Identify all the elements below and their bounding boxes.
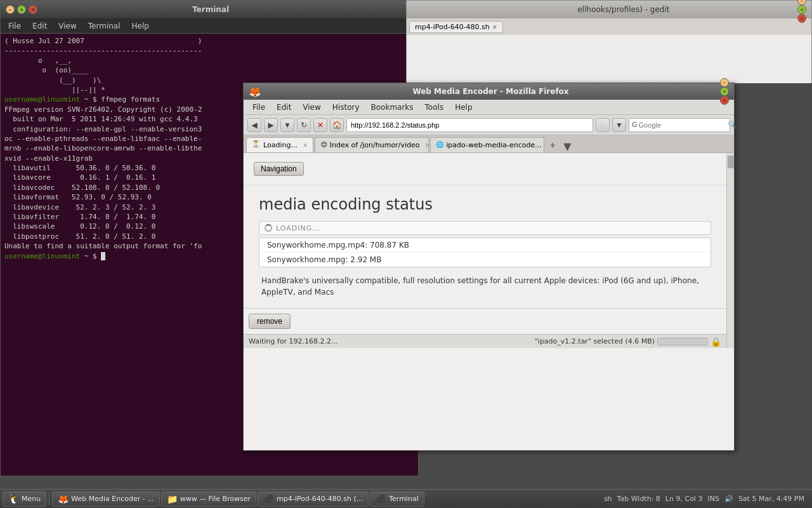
loading-text: LOADING...: [276, 224, 321, 232]
firefox-titlebar: 🦊 Web Media Encoder - Mozilla Firefox – …: [244, 83, 734, 100]
taskbar-terminal[interactable]: ⬛ Terminal: [370, 491, 424, 507]
home-button[interactable]: 🏠: [330, 118, 344, 132]
taskbar-firefox[interactable]: 🦊 Web Media Encoder - ...: [52, 491, 159, 507]
forward-button[interactable]: ▶: [264, 118, 278, 132]
security-icon: 🔒: [710, 337, 721, 347]
stop-button[interactable]: ✕: [313, 118, 327, 132]
statusbar-text: Waiting for 192.168.2.2...: [249, 337, 337, 345]
mp4script-icon: ⬛: [263, 494, 274, 504]
gedit-maximize-button[interactable]: +: [797, 5, 806, 14]
firefox-scrollbar[interactable]: [726, 153, 734, 348]
page-title: media encoding status: [259, 196, 711, 213]
terminal-menu-file[interactable]: File: [3, 20, 26, 32]
gedit-tab-close[interactable]: ×: [492, 23, 497, 30]
gedit-titlebar: ellhooks/profiles) - gedit – + ×: [407, 1, 811, 18]
terminal-close-button[interactable]: ×: [29, 5, 37, 14]
table-row: Sonyworkhome.mpg.mp4: 708.87 KB: [259, 238, 710, 253]
firefox-window-controls[interactable]: – + ×: [720, 78, 729, 105]
search-icon[interactable]: 🔍: [728, 121, 737, 129]
taskbar-menu[interactable]: 🐧 Menu: [3, 491, 46, 507]
taskbar-separator-1: [49, 493, 49, 505]
table-row: Sonyworkhome.mpg: 2.92 MB: [259, 253, 710, 267]
firefox-menu-view[interactable]: View: [298, 102, 325, 113]
terminal-menu-edit[interactable]: Edit: [27, 20, 52, 32]
tab-ipado-label: ipado-web-media-encode...: [446, 141, 541, 149]
bookmark-dropdown[interactable]: ▼: [612, 118, 626, 132]
cursor-position: Ln 9, Col 3: [665, 495, 703, 503]
page-content: media encoding status LOADING... Sonywor…: [244, 185, 726, 308]
progress-bar: [657, 338, 708, 345]
firefox-menu-help[interactable]: Help: [450, 102, 477, 113]
gedit-content-area[interactable]: [407, 35, 811, 83]
tab-index-close[interactable]: ×: [424, 142, 429, 149]
search-input[interactable]: [639, 121, 726, 129]
navigation-button[interactable]: Navigation: [254, 162, 304, 176]
gedit-window-controls[interactable]: – + ×: [797, 0, 806, 23]
volume-icon[interactable]: 🔊: [724, 495, 733, 503]
terminal-titlebar: – + × Terminal: [1, 1, 418, 18]
history-dropdown-button[interactable]: ▼: [280, 118, 294, 132]
firefox-logo-icon: 🦊: [249, 86, 261, 98]
gedit-minimize-button[interactable]: –: [797, 0, 806, 5]
firefox-menu-bookmarks[interactable]: Bookmarks: [366, 102, 419, 113]
taskbar-system-tray: sh Tab Width: 8 Ln 9, Col 3 INS 🔊 Sat 5 …: [604, 495, 809, 503]
taskbar-filebrowser[interactable]: 📁 www — File Browser: [161, 491, 256, 507]
datetime: Sat 5 Mar, 4:49 PM: [738, 495, 804, 503]
firefox-tab-index[interactable]: 😊 Index of /jon/humor/video ×: [315, 137, 429, 152]
tab-width-indicator: Tab Width: 8: [617, 495, 660, 503]
language-indicator: sh: [604, 495, 612, 503]
firefox-menu-edit[interactable]: Edit: [272, 102, 296, 113]
remove-button[interactable]: remove: [249, 314, 291, 329]
reload-button[interactable]: ↻: [297, 118, 311, 132]
back-button[interactable]: ◀: [247, 118, 261, 132]
new-tab-button[interactable]: +: [546, 138, 560, 152]
url-bar[interactable]: [346, 118, 593, 132]
tab-loading-label: Loading...: [263, 141, 298, 149]
file-name-1: Sonyworkhome.mpg.mp4: 708.87 KB: [267, 241, 409, 250]
taskbar-firefox-label: Web Media Encoder - ...: [71, 495, 154, 503]
gedit-title: ellhooks/profiles) - gedit: [450, 5, 797, 14]
scrollbar-thumb[interactable]: [728, 156, 734, 168]
edit-mode: INS: [707, 495, 719, 503]
statusbar-selected-file: "ipado_v1.2.tar" selected (4.6 MB): [535, 337, 655, 345]
firefox-body: Navigation media encoding status LOADING…: [244, 153, 734, 348]
gedit-tab-label: mp4-iPod-640-480.sh: [415, 23, 490, 31]
tab-loading-close[interactable]: ×: [303, 142, 308, 149]
terminal-menu-terminal[interactable]: Terminal: [83, 20, 126, 32]
tab-loading-icon: ⏳: [252, 140, 261, 149]
nav-button-area: Navigation: [244, 153, 726, 185]
firefox-tabs: ⏳ Loading... × 😊 Index of /jon/humor/vid…: [244, 135, 734, 153]
taskbar: 🐧 Menu 🦊 Web Media Encoder - ... 📁 www —…: [0, 489, 812, 508]
bookmark-star[interactable]: ☆: [596, 118, 610, 132]
firefox-menu-file[interactable]: File: [247, 102, 270, 113]
gedit-close-button[interactable]: ×: [797, 14, 806, 23]
google-icon: G: [632, 121, 638, 129]
taskbar-terminal-label: Terminal: [389, 495, 419, 503]
gedit-tab-mp4[interactable]: mp4-iPod-640-480.sh ×: [409, 21, 503, 33]
desktop: – + × Terminal File Edit View Terminal H…: [0, 0, 812, 508]
firefox-icon: 🦊: [58, 494, 69, 504]
tab-index-icon: 😊: [320, 141, 327, 150]
firefox-tab-loading[interactable]: ⏳ Loading... ×: [246, 137, 313, 152]
firefox-menu-history[interactable]: History: [327, 102, 365, 113]
taskbar-filebrowser-label: www — File Browser: [180, 495, 251, 503]
terminal-minimize-button[interactable]: –: [6, 5, 15, 14]
tab-index-label: Index of /jon/humor/video: [330, 141, 420, 149]
gedit-window: ellhooks/profiles) - gedit – + × mp4-iPo…: [406, 0, 812, 83]
firefox-tab-ipado[interactable]: 🌐 ipado-web-media-encode... ×: [430, 137, 544, 152]
menu-icon: 🐧: [8, 494, 19, 504]
taskbar-mp4script[interactable]: ⬛ mp4-iPod-640-480.sh (...: [258, 491, 369, 507]
terminal-maximize-button[interactable]: +: [17, 5, 26, 14]
description-text: HandBrake's universally compatible, full…: [259, 275, 711, 298]
firefox-toolbar: ◀ ▶ ▼ ↻ ✕ 🏠 ☆ ▼ G 🔍: [244, 115, 734, 135]
terminal-window-controls[interactable]: – + ×: [6, 5, 37, 14]
firefox-close-button[interactable]: ×: [720, 96, 729, 105]
terminal-menu-view[interactable]: View: [53, 20, 81, 32]
terminal-icon: ⬛: [376, 494, 386, 504]
tabs-list-button[interactable]: ▼: [563, 140, 571, 152]
loading-spinner-icon: [265, 224, 272, 232]
firefox-menu-tools[interactable]: Tools: [420, 102, 449, 113]
firefox-maximize-button[interactable]: +: [720, 87, 729, 96]
firefox-minimize-button[interactable]: –: [720, 78, 729, 87]
terminal-menu-help[interactable]: Help: [127, 20, 154, 32]
